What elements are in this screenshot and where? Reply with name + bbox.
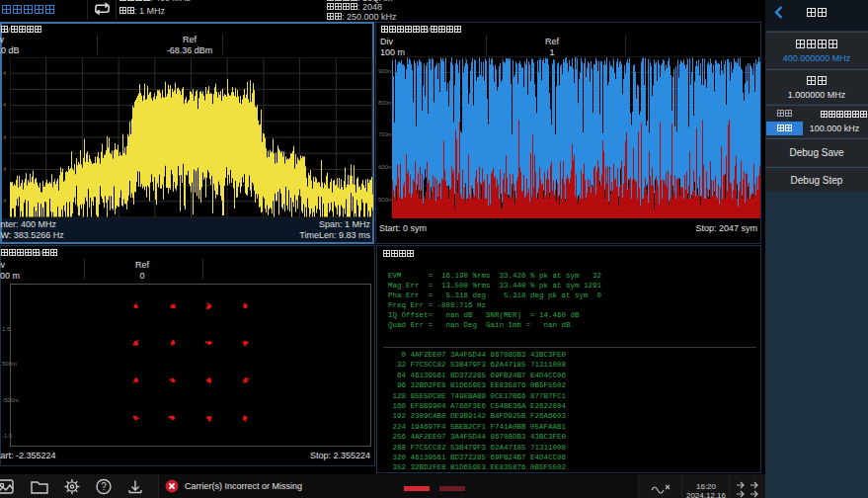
svg-text:?: ? [101, 481, 107, 492]
